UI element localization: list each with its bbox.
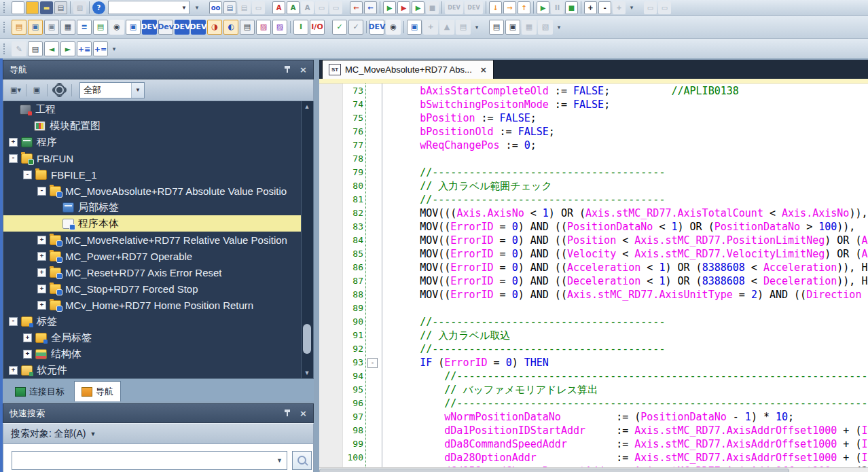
toolbar-grip[interactable] [3, 2, 7, 13]
expand-icon[interactable]: + [23, 333, 32, 342]
pin-icon[interactable] [283, 65, 291, 74]
device-register-monitor-icon[interactable]: DEV [175, 20, 189, 35]
tab-close-icon[interactable]: × [480, 65, 487, 75]
tree-collapse-button[interactable]: ▣ [29, 83, 45, 98]
pin-icon[interactable] [283, 409, 291, 418]
chevron-down-icon[interactable]: ▼ [272, 452, 287, 469]
tree-item[interactable]: 程序本体 [3, 215, 313, 232]
remote-pause-disabled-icon[interactable]: II [551, 1, 564, 14]
code-line[interactable]: 98 dDa1PositionIDStartAddr := Axis.stMC_… [319, 424, 868, 437]
zoom-select-combo[interactable]: ▼ [108, 1, 189, 14]
tree-item[interactable]: +程序 [3, 134, 313, 150]
module-tool-icon[interactable]: ▦ [60, 20, 75, 35]
tree-item[interactable]: +MC_MoveRelative+RD77 Relative Value Pos… [3, 232, 313, 248]
search-input[interactable] [12, 452, 272, 469]
toolbar-grip[interactable] [3, 22, 7, 33]
search-target-bar[interactable]: 搜索对象: 全部(A) ▼ [3, 423, 314, 444]
project-write-icon[interactable]: ▣ [28, 20, 43, 35]
verify-with-plc-icon[interactable]: ↑ [518, 1, 530, 14]
window-disabled-1-icon[interactable]: ▭ [315, 1, 328, 14]
collapse-icon[interactable]: - [23, 170, 32, 179]
code-line[interactable]: 80 // 入力ラベル範囲チェック [319, 179, 868, 193]
gear-icon[interactable] [54, 84, 65, 96]
toolbar-grip[interactable] [3, 43, 7, 54]
check-program-icon[interactable]: ▤ [240, 20, 255, 35]
convert-icon[interactable]: ✓ [332, 20, 347, 35]
code-line[interactable]: 83 MOV((ErrorID = 0) AND ((PositionDataN… [319, 220, 868, 234]
comment-display-red-icon[interactable]: A [272, 1, 285, 14]
window-tile-disabled-icon[interactable]: ▭ [658, 1, 671, 14]
cross-reference-icon[interactable]: oo [209, 1, 222, 14]
tree-item[interactable]: +MCv_Home+RD77 Home Position Return [3, 297, 313, 313]
device-disabled-1-icon[interactable]: DEV [445, 1, 463, 14]
code-line[interactable]: 89 [319, 302, 868, 315]
toolbar1-overflow-2-icon[interactable]: ▾ [628, 4, 636, 11]
expand-icon[interactable]: + [37, 301, 46, 310]
code-line[interactable]: 93- IF (ErrorID = 0) THEN [319, 356, 868, 369]
io-check-icon[interactable]: I/O [310, 20, 325, 35]
scroll-up-icon[interactable]: ▲ [302, 101, 312, 112]
select-disabled-icon[interactable]: + [613, 1, 626, 14]
chevron-down-icon[interactable]: ▼ [90, 431, 96, 437]
structure-tool-disabled-icon[interactable]: ▧ [538, 20, 553, 35]
expand-icon[interactable]: + [37, 236, 46, 244]
code-line[interactable]: 84 MOV((ErrorID = 0) AND ((Position < Ax… [319, 234, 868, 247]
read-from-plc-icon[interactable]: → [503, 1, 516, 14]
new-file-icon[interactable] [12, 1, 24, 14]
scope-icon[interactable]: ◉ [386, 20, 401, 35]
tree-item[interactable]: 局部标签 [3, 199, 313, 215]
help-icon[interactable]: ? [92, 1, 105, 14]
code-line[interactable]: 94 //-----------------------------------… [319, 369, 868, 383]
zoom-out-icon[interactable]: - [598, 1, 611, 14]
toolbar2-overflow-icon[interactable]: ▾ [473, 24, 481, 31]
remote-run-icon[interactable]: ▶ [537, 1, 549, 14]
tree-item[interactable]: -标签 [3, 313, 313, 329]
monitor-disabled-icon[interactable]: ■ [426, 1, 439, 14]
code-line[interactable]: 77 wReqChangePos := 0; [319, 139, 868, 152]
watch-start-icon[interactable]: ◑ [207, 20, 222, 35]
watch-disabled-icon[interactable]: ▭ [252, 1, 265, 14]
expand-icon[interactable]: + [23, 350, 32, 359]
hmi-display-icon[interactable]: ▣ [44, 20, 59, 35]
device-batch-monitor-icon[interactable]: Dev [158, 20, 173, 35]
code-line[interactable]: 97 wNormPositionDataNo := (PositionDataN… [319, 410, 868, 424]
memory-table-disabled-icon[interactable]: ▦ [522, 20, 537, 35]
device-list-disabled-icon[interactable]: ▤ [238, 1, 251, 14]
code-area[interactable]: 73 bAxisStartCompleteOld := FALSE; //APL… [319, 84, 868, 467]
toolbar1-overflow-icon[interactable]: ▾ [193, 4, 201, 11]
find-window-icon[interactable]: ▣ [126, 20, 141, 35]
edit-mode-icon[interactable]: I [293, 20, 308, 35]
tree-display-mode-button[interactable]: ▣▾ [7, 83, 24, 98]
save-icon[interactable]: ▬ [40, 1, 53, 14]
tree-item[interactable]: +MC_Power+RD77 Operable [3, 248, 313, 264]
tree-item[interactable]: +软元件 [3, 362, 313, 378]
device-test-icon[interactable]: DEV [191, 20, 206, 35]
program-editor-2-icon[interactable]: ▤ [93, 20, 108, 35]
code-line[interactable]: 92 //-----------------------------------… [319, 342, 868, 356]
parameter-1-icon[interactable]: ▨ [256, 20, 271, 35]
parameter-2-icon[interactable]: ▨ [272, 20, 287, 35]
insert-variable-icon[interactable]: +≡ [77, 41, 92, 56]
window-disabled-2-icon[interactable]: ▭ [329, 1, 342, 14]
monitor-stop-icon[interactable]: ▶ [397, 1, 410, 14]
horizontal-scrollbar[interactable] [319, 467, 868, 472]
program-editor-icon[interactable]: ≡ [77, 20, 92, 35]
find-binoculars-icon[interactable]: ◉ [109, 20, 124, 35]
remote-stop-icon[interactable]: ■ [565, 1, 578, 14]
code-line[interactable]: 85 MOV((ErrorID = 0) AND ((Velocity < Ax… [319, 247, 868, 261]
zoom-in-icon[interactable]: + [584, 1, 597, 14]
statement-list-icon[interactable]: ▤ [489, 20, 504, 35]
tool-disabled-3-icon[interactable]: ▤ [456, 20, 471, 35]
code-line[interactable]: 74 bSwitchingPositonMode := FALSE; [319, 98, 868, 111]
comment-display-green-icon[interactable]: A [287, 1, 300, 14]
code-line[interactable]: 73 bAxisStartCompleteOld := FALSE; //APL… [319, 84, 868, 98]
expand-icon[interactable]: + [9, 366, 18, 375]
search-combo[interactable]: ▼ [12, 451, 287, 470]
code-line[interactable]: 88 MOV((ErrorID = 0) AND ((Axis.stMC_RD7… [319, 288, 868, 302]
monitor-start-icon[interactable]: ▶ [383, 1, 396, 14]
tree-item[interactable]: 工程 [3, 101, 313, 117]
collapse-icon[interactable]: - [37, 187, 46, 196]
code-line[interactable]: 100 dDa28OptionAddr := Axis.stMC_RD77.Ax… [319, 451, 868, 465]
expand-icon[interactable]: + [37, 268, 46, 277]
document-tab[interactable]: ST MC_MoveAbsolute+RD77 Abs... × [322, 60, 494, 79]
